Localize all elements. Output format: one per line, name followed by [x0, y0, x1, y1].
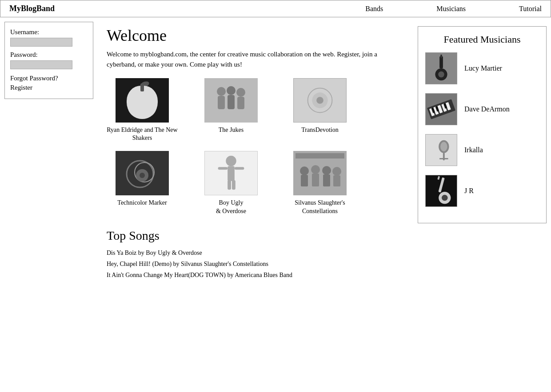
svg-point-20 — [140, 173, 145, 178]
band-item-ryan-eldridge[interactable]: Ryan Eldridge and The New Shakers — [107, 78, 178, 142]
svg-point-56 — [440, 142, 447, 151]
svg-point-6 — [217, 87, 226, 96]
nav-tutorial[interactable]: Tutorial — [519, 5, 542, 13]
band-name-jukes: The Jukes — [196, 126, 267, 134]
svg-rect-1 — [140, 83, 144, 91]
svg-rect-11 — [237, 97, 244, 109]
featured-panel: Featured Musicians Lucy Martier — [418, 26, 547, 223]
band-image-boyugly — [204, 151, 258, 195]
main-layout: Username: Password: Forgot Password? Reg… — [0, 17, 551, 289]
welcome-title: Welcome — [107, 26, 404, 45]
svg-point-35 — [322, 166, 331, 175]
top-songs-list: Dis Ya Boiz by Boy Ugly & Overdose Hey, … — [107, 247, 404, 281]
musician-image-jr — [425, 175, 457, 207]
musician-item-irkalla[interactable]: Irkalla — [425, 134, 539, 166]
band-image-ryan-eldridge — [116, 78, 169, 123]
band-item-jukes[interactable]: The Jukes — [196, 78, 267, 142]
svg-rect-25 — [235, 167, 244, 170]
bands-grid: Ryan Eldridge and The New Shakers — [107, 78, 404, 215]
header: MyBlogBand Bands Musicians Tutorial — [0, 0, 551, 17]
top-song-2[interactable]: Hey, Chapel Hill! (Demo) by Silvanus Sla… — [107, 258, 404, 269]
musician-name-dave: Dave DeArmon — [464, 105, 510, 113]
main-nav: Bands Musicians Tutorial — [365, 5, 542, 13]
password-input[interactable] — [10, 60, 72, 69]
svg-point-37 — [332, 167, 341, 176]
musician-image-lucy — [425, 52, 457, 84]
svg-rect-9 — [228, 95, 235, 109]
svg-rect-0 — [116, 78, 169, 123]
svg-point-22 — [226, 156, 236, 166]
svg-point-3 — [128, 92, 157, 119]
svg-rect-43 — [440, 55, 442, 58]
band-image-transdevotion — [293, 78, 347, 123]
svg-rect-32 — [301, 175, 308, 186]
musician-image-dave — [425, 93, 457, 125]
svg-rect-40 — [439, 56, 443, 68]
musician-item-dave[interactable]: Dave DeArmon — [425, 93, 539, 125]
password-label: Password: — [10, 51, 88, 59]
nav-musicians[interactable]: Musicians — [436, 5, 466, 13]
top-song-1[interactable]: Dis Ya Boiz by Boy Ugly & Overdose — [107, 247, 404, 258]
band-image-silvanus — [293, 151, 347, 195]
musician-item-lucy[interactable]: Lucy Martier — [425, 52, 539, 84]
svg-rect-30 — [295, 153, 344, 158]
musician-name-irkalla: Irkalla — [464, 146, 483, 154]
svg-rect-26 — [228, 180, 231, 190]
top-songs-title: Top Songs — [107, 229, 404, 243]
top-song-3[interactable]: It Ain't Gonna Change My Heart(DOG TOWN)… — [107, 269, 404, 281]
nav-bands[interactable]: Bands — [365, 5, 383, 13]
welcome-text: Welcome to myblogband.com, the center fo… — [107, 49, 382, 69]
svg-rect-27 — [232, 180, 236, 190]
svg-point-8 — [227, 86, 236, 95]
band-name-ryan-eldridge: Ryan Eldridge and The New Shakers — [107, 126, 178, 142]
svg-rect-24 — [218, 167, 228, 170]
svg-rect-7 — [218, 96, 225, 109]
svg-point-4 — [147, 92, 157, 101]
band-item-silvanus[interactable]: Silvanus Slaughter's Constellations — [284, 151, 355, 215]
svg-rect-38 — [333, 175, 340, 186]
svg-rect-34 — [312, 174, 319, 186]
forgot-password-link[interactable]: Forgot Password? — [10, 74, 88, 83]
band-name-silvanus: Silvanus Slaughter's Constellations — [284, 199, 355, 215]
svg-rect-36 — [323, 174, 330, 186]
svg-point-15 — [316, 97, 323, 104]
svg-rect-23 — [228, 166, 235, 181]
musician-name-jr: J R — [464, 187, 474, 195]
band-item-technicolor[interactable]: Technicolor Marker — [107, 151, 178, 215]
site-title[interactable]: MyBlogBand — [9, 4, 55, 13]
musician-name-lucy: Lucy Martier — [464, 64, 502, 72]
featured-title: Featured Musicians — [425, 34, 539, 45]
svg-point-42 — [438, 71, 444, 78]
musician-item-jr[interactable]: J R — [425, 175, 539, 207]
main-content: Welcome Welcome to myblogband.com, the c… — [98, 22, 413, 285]
svg-point-62 — [442, 195, 448, 201]
band-item-transdevotion[interactable]: TransDevotion — [284, 78, 355, 142]
svg-point-33 — [311, 165, 320, 174]
username-input[interactable] — [10, 38, 72, 47]
band-image-jukes — [204, 78, 258, 123]
sidebar: Username: Password: Forgot Password? Reg… — [4, 22, 93, 99]
svg-point-31 — [300, 166, 309, 175]
band-name-technicolor: Technicolor Marker — [107, 199, 178, 207]
register-link[interactable]: Register — [10, 83, 88, 92]
band-name-boyugly: Boy Ugly& Overdose — [196, 199, 267, 215]
band-name-transdevotion: TransDevotion — [284, 126, 355, 134]
musician-image-irkalla — [425, 134, 457, 166]
username-label: Username: — [10, 28, 88, 36]
svg-point-10 — [236, 88, 245, 97]
band-image-technicolor — [116, 151, 169, 195]
band-item-boyugly[interactable]: Boy Ugly& Overdose — [196, 151, 267, 215]
